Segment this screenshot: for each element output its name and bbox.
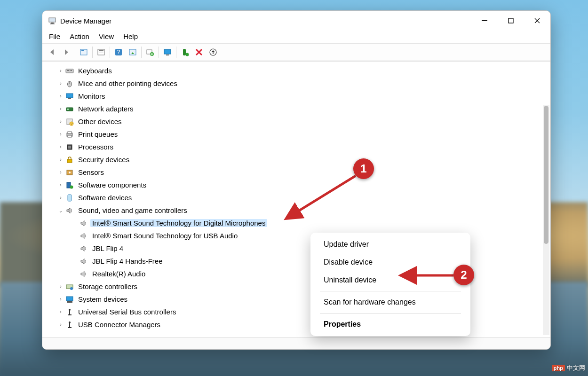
chevron-right-icon[interactable]: ›: [56, 68, 65, 73]
chevron-down-icon[interactable]: ⌄: [56, 208, 65, 213]
window-title: Device Manager: [60, 17, 111, 25]
tree-device[interactable]: Realtek(R) Audio: [45, 267, 550, 280]
chevron-right-icon[interactable]: ›: [56, 157, 65, 162]
show-hidden-devices-button[interactable]: [77, 46, 91, 59]
chevron-right-icon[interactable]: ›: [56, 132, 65, 137]
annotation-badge-2: 2: [453, 265, 474, 285]
window-controls: [471, 11, 550, 31]
vertical-scrollbar[interactable]: [543, 105, 549, 335]
scrollbar-thumb[interactable]: [544, 106, 548, 244]
context-menu-separator: [320, 291, 461, 291]
usb-icon: [65, 320, 74, 329]
svg-rect-29: [68, 98, 71, 99]
chevron-right-icon[interactable]: ›: [56, 195, 65, 200]
tree-item-label: Sensors: [76, 168, 106, 176]
titlebar[interactable]: Device Manager: [42, 11, 550, 31]
properties-button[interactable]: [94, 46, 108, 59]
lock-icon: [65, 155, 74, 164]
svg-rect-1: [51, 23, 54, 24]
svg-rect-49: [67, 301, 72, 303]
chevron-right-icon[interactable]: ›: [56, 119, 65, 124]
scan-changes-button[interactable]: [126, 46, 140, 59]
tree-category[interactable]: ›Universal Serial Bus controllers: [45, 306, 550, 318]
context-menu-item[interactable]: Disable device: [310, 253, 470, 271]
minimize-button[interactable]: [471, 11, 498, 31]
update-driver-button[interactable]: [143, 46, 157, 59]
chevron-right-icon[interactable]: ›: [56, 284, 65, 289]
chevron-right-icon[interactable]: ›: [56, 81, 65, 86]
chevron-right-icon[interactable]: ›: [56, 309, 65, 314]
tree-device[interactable]: JBL Flip 4: [45, 242, 550, 255]
close-button[interactable]: [524, 11, 550, 31]
tree-device[interactable]: JBL Flip 4 Hands-Free: [45, 255, 550, 267]
forward-button[interactable]: [59, 46, 73, 59]
monitor-button[interactable]: [160, 46, 175, 59]
menu-file[interactable]: File: [49, 32, 60, 40]
svg-rect-48: [66, 297, 73, 301]
tree-category[interactable]: ›Keyboards: [45, 64, 550, 77]
mouse-icon: [65, 79, 74, 88]
annotation-arrow-2: [398, 272, 459, 281]
swdev-icon: [65, 193, 74, 203]
svg-rect-9: [99, 52, 103, 52]
tree-category[interactable]: ›?Other devices: [45, 115, 550, 128]
cpu-icon: [65, 142, 74, 152]
tree-device[interactable]: Intel® Smart Sound Technology for USB Au…: [45, 229, 550, 242]
back-button[interactable]: [45, 46, 59, 59]
tree-category[interactable]: ›System devices: [45, 293, 550, 306]
svg-rect-0: [49, 18, 56, 22]
context-menu-item[interactable]: Update driver: [310, 235, 470, 253]
tree-category[interactable]: ›Mice and other pointing devices: [45, 77, 550, 90]
tree-category[interactable]: ›USB Connector Managers: [45, 318, 550, 331]
chevron-right-icon[interactable]: ›: [56, 297, 65, 302]
context-menu-item[interactable]: Scan for hardware changes: [310, 293, 470, 311]
chevron-right-icon[interactable]: ›: [56, 182, 65, 188]
tree-category[interactable]: ›Security devices: [45, 153, 550, 166]
tree-category[interactable]: ›Storage controllers: [45, 280, 550, 293]
tree-item-label: Intel® Smart Sound Technology for USB Au…: [90, 232, 239, 240]
svg-rect-10: [99, 53, 103, 53]
tree-item-label: Realtek(R) Audio: [90, 270, 147, 278]
uninstall-button[interactable]: [192, 46, 206, 59]
svg-text:?: ?: [71, 122, 72, 125]
menu-help[interactable]: Help: [123, 32, 138, 40]
svg-rect-40: [67, 159, 72, 163]
tree-item-label: Print queues: [76, 130, 119, 138]
svg-rect-5: [80, 49, 87, 55]
tree-item-label: JBL Flip 4: [90, 244, 125, 252]
chevron-right-icon[interactable]: ›: [56, 322, 65, 327]
svg-rect-2: [50, 24, 55, 24]
tree-item-label: USB Connector Managers: [76, 321, 162, 329]
tree-item-label: Keyboards: [76, 67, 114, 75]
svg-rect-18: [183, 49, 186, 55]
tree-item-label: Mice and other pointing devices: [76, 79, 179, 87]
tree-category[interactable]: ›Network adapters: [45, 102, 550, 115]
tree-item-label: Universal Serial Bus controllers: [76, 308, 178, 316]
toolbar-separator: [75, 47, 75, 58]
chevron-right-icon[interactable]: ›: [56, 94, 65, 99]
enable-button[interactable]: [178, 46, 192, 59]
tree-item-label: System devices: [76, 295, 129, 303]
printer-icon: [65, 130, 74, 139]
system-icon: [65, 295, 74, 304]
chevron-right-icon[interactable]: ›: [56, 106, 65, 111]
menu-action[interactable]: Action: [70, 32, 89, 40]
menu-view[interactable]: View: [99, 32, 114, 40]
help-button[interactable]: ?: [111, 46, 126, 59]
tree-category[interactable]: ›Monitors: [45, 90, 550, 102]
svg-point-42: [69, 172, 71, 173]
tree-item-label: Security devices: [76, 156, 131, 164]
up-button[interactable]: [206, 46, 220, 59]
tree-item-label: Processors: [76, 143, 115, 151]
tree-item-label: JBL Flip 4 Hands-Free: [90, 257, 165, 265]
tree-item-label: Software devices: [76, 194, 134, 202]
context-menu-item[interactable]: Properties: [310, 315, 470, 333]
svg-rect-6: [81, 50, 84, 51]
svg-rect-16: [164, 49, 171, 54]
maximize-button[interactable]: [498, 11, 524, 31]
chevron-right-icon[interactable]: ›: [56, 144, 65, 149]
chevron-right-icon[interactable]: ›: [56, 170, 65, 175]
tree-category[interactable]: ›Print queues: [45, 128, 550, 141]
storage-icon: [65, 282, 74, 291]
tree-category[interactable]: ›Processors: [45, 141, 550, 153]
